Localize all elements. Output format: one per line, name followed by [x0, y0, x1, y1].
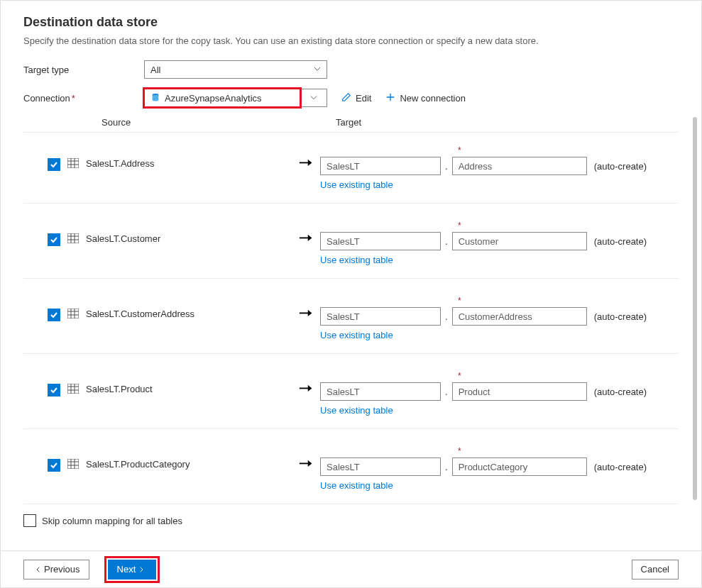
- table-icon: [67, 309, 79, 318]
- svg-rect-25: [67, 459, 79, 469]
- database-icon: [150, 93, 160, 103]
- page-title: Destination data store: [23, 15, 679, 30]
- target-table-input[interactable]: Customer: [452, 232, 587, 250]
- svg-rect-13: [67, 309, 79, 318]
- arrow-right-icon: [298, 309, 314, 318]
- schema-table-separator: .: [445, 161, 448, 172]
- target-type-label: Target type: [23, 65, 144, 75]
- use-existing-table-link[interactable]: Use existing table: [320, 405, 647, 416]
- arrow-right-icon: [298, 459, 314, 469]
- auto-create-note: (auto-create): [594, 161, 647, 172]
- skip-column-mapping-label: Skip column mapping for all tables: [42, 516, 182, 526]
- target-schema-input[interactable]: SalesLT: [320, 457, 441, 476]
- plus-icon: [385, 92, 400, 104]
- new-connection-button[interactable]: New connection: [385, 92, 466, 104]
- table-row: SalesLT.Customer*SalesLT.Customer(auto-c…: [23, 204, 679, 279]
- schema-table-separator: .: [445, 387, 448, 397]
- table-row: SalesLT.Product*SalesLT.Product(auto-cre…: [23, 354, 679, 429]
- svg-rect-19: [67, 384, 79, 394]
- table-row: SalesLT.Address*SalesLT.Address(auto-cre…: [23, 133, 679, 204]
- table-icon: [67, 158, 79, 168]
- schema-table-separator: .: [445, 311, 448, 322]
- row-checkbox[interactable]: [48, 233, 60, 246]
- target-schema-input[interactable]: SalesLT: [320, 232, 441, 250]
- table-row: SalesLT.ProductCategory*SalesLT.ProductC…: [23, 429, 679, 504]
- row-checkbox[interactable]: [48, 158, 60, 171]
- source-name: SalesLT.ProductCategory: [86, 446, 292, 470]
- target-table-input[interactable]: CustomerAddress: [452, 307, 587, 326]
- required-marker: *: [458, 296, 647, 306]
- row-checkbox[interactable]: [48, 384, 60, 396]
- required-marker: *: [458, 446, 647, 456]
- connection-label: Connection*: [23, 93, 144, 104]
- arrow-right-icon: [298, 158, 314, 168]
- target-schema-input[interactable]: SalesLT: [320, 382, 441, 401]
- arrow-right-icon: [298, 233, 314, 243]
- use-existing-table-link[interactable]: Use existing table: [320, 179, 647, 190]
- svg-rect-1: [67, 158, 79, 168]
- next-button[interactable]: Next: [108, 560, 157, 579]
- scrollbar-thumb[interactable]: [693, 117, 697, 500]
- skip-column-mapping-checkbox[interactable]: [23, 514, 36, 527]
- chevron-down-icon: [314, 65, 321, 75]
- schema-table-separator: .: [445, 236, 448, 247]
- required-marker: *: [458, 371, 647, 381]
- edit-connection-button[interactable]: Edit: [341, 92, 371, 104]
- source-name: SalesLT.CustomerAddress: [86, 296, 292, 319]
- auto-create-note: (auto-create): [594, 311, 647, 322]
- target-type-select[interactable]: All: [144, 60, 327, 79]
- connection-value: AzureSynapseAnalytics: [165, 93, 262, 104]
- use-existing-table-link[interactable]: Use existing table: [320, 330, 647, 340]
- use-existing-table-link[interactable]: Use existing table: [320, 255, 647, 265]
- arrow-right-icon: [298, 384, 314, 394]
- auto-create-note: (auto-create): [594, 236, 647, 247]
- target-table-input[interactable]: Product: [452, 382, 587, 401]
- previous-button[interactable]: Previous: [23, 560, 89, 579]
- table-row: SalesLT.CustomerAddress*SalesLT.Customer…: [23, 279, 679, 354]
- source-name: SalesLT.Customer: [86, 221, 292, 244]
- required-marker: *: [458, 145, 647, 155]
- source-name: SalesLT.Address: [86, 145, 292, 169]
- row-checkbox[interactable]: [48, 459, 60, 472]
- auto-create-note: (auto-create): [594, 387, 647, 397]
- connection-dropdown-toggle[interactable]: [300, 89, 327, 107]
- table-icon: [67, 233, 79, 243]
- chevron-left-icon: [35, 564, 41, 575]
- target-schema-input[interactable]: SalesLT: [320, 157, 441, 175]
- column-header-target: Target: [336, 117, 361, 128]
- svg-rect-7: [67, 233, 79, 243]
- source-name: SalesLT.Product: [86, 371, 292, 394]
- target-type-value: All: [150, 65, 160, 75]
- cancel-button[interactable]: Cancel: [632, 560, 679, 579]
- table-icon: [67, 459, 79, 469]
- page-subtitle: Specify the destination data store for t…: [23, 35, 679, 46]
- schema-table-separator: .: [445, 462, 448, 472]
- pencil-icon: [341, 92, 356, 104]
- chevron-right-icon: [138, 564, 144, 575]
- row-checkbox[interactable]: [48, 309, 60, 321]
- target-table-input[interactable]: ProductCategory: [452, 457, 587, 476]
- table-icon: [67, 384, 79, 394]
- required-marker: *: [458, 221, 647, 231]
- connection-select[interactable]: AzureSynapseAnalytics: [144, 89, 300, 107]
- use-existing-table-link[interactable]: Use existing table: [320, 480, 647, 491]
- auto-create-note: (auto-create): [594, 462, 647, 472]
- target-schema-input[interactable]: SalesLT: [320, 307, 441, 326]
- target-table-input[interactable]: Address: [452, 157, 587, 175]
- column-header-source: Source: [102, 117, 307, 128]
